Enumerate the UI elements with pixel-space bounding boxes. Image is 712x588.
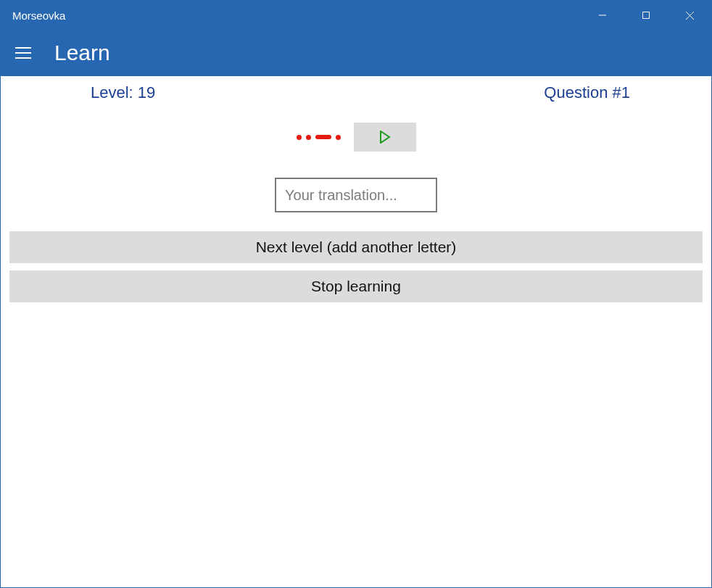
level-label: Level: 19 xyxy=(91,83,155,102)
morse-dash-icon xyxy=(315,135,331,139)
page-title: Learn xyxy=(54,41,110,65)
morse-dot-icon xyxy=(306,135,311,140)
button-stack: Next level (add another letter) Stop lea… xyxy=(9,231,703,302)
window-title: Morseovka xyxy=(12,9,65,22)
info-row: Level: 19 Question #1 xyxy=(9,83,703,102)
maximize-icon xyxy=(642,11,650,20)
minimize-icon xyxy=(598,11,607,20)
hamburger-icon xyxy=(15,52,31,54)
morse-row xyxy=(9,123,703,152)
window-titlebar: Morseovka xyxy=(1,1,711,30)
morse-code-display xyxy=(297,130,341,144)
window-controls xyxy=(581,1,711,30)
question-label: Question #1 xyxy=(544,83,630,102)
translation-input[interactable] xyxy=(275,178,437,212)
minimize-button[interactable] xyxy=(581,1,624,30)
play-icon xyxy=(379,131,391,144)
play-button[interactable] xyxy=(354,123,416,152)
hamburger-menu-button[interactable] xyxy=(15,44,33,62)
main-content: Level: 19 Question #1 Next level (add an… xyxy=(1,76,711,302)
maximize-button[interactable] xyxy=(624,1,668,30)
close-icon xyxy=(685,11,695,20)
svg-rect-1 xyxy=(643,12,650,19)
svg-marker-4 xyxy=(381,131,389,143)
app-header: Learn xyxy=(1,30,711,76)
input-wrap xyxy=(9,178,703,212)
stop-learning-button[interactable]: Stop learning xyxy=(9,270,703,302)
hamburger-icon xyxy=(15,47,31,49)
next-level-button[interactable]: Next level (add another letter) xyxy=(9,231,703,263)
close-button[interactable] xyxy=(668,1,711,30)
morse-dot-icon xyxy=(297,135,302,140)
hamburger-icon xyxy=(15,57,31,59)
morse-dot-icon xyxy=(336,135,341,140)
